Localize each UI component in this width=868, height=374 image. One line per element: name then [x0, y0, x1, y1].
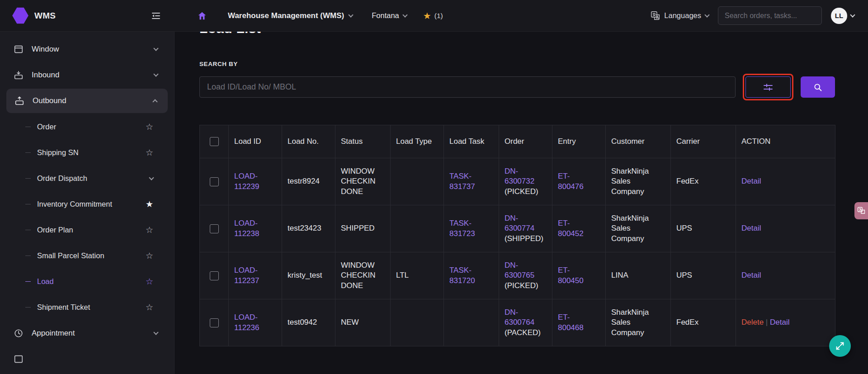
sidebar-item-inventory-commitment[interactable]: Inventory Commitment★	[0, 191, 174, 217]
sidebar: Window Inbound Outbound Order☆Shipping S…	[0, 32, 175, 374]
load-table: Load IDLoad No.StatusLoad TypeLoad TaskO…	[199, 125, 835, 346]
row-checkbox[interactable]	[210, 224, 219, 233]
carrier-cell: FedEx	[671, 158, 736, 205]
sidebar-item-appointment[interactable]: Appointment	[0, 320, 174, 346]
carrier-cell: FedEx	[671, 299, 736, 346]
sidebar-item-shipment-ticket[interactable]: Shipment Ticket☆	[0, 294, 174, 320]
row-checkbox[interactable]	[210, 177, 219, 186]
star-icon[interactable]: ☆	[146, 277, 153, 286]
topbar-brand-area: WMS	[0, 7, 175, 24]
app-selector-dropdown[interactable]: Warehouse Management (WMS)	[228, 11, 353, 20]
chevron-down-icon	[704, 12, 709, 17]
row-checkbox[interactable]	[210, 271, 219, 280]
user-menu[interactable]: LL	[831, 8, 854, 24]
sliders-icon	[763, 82, 774, 93]
load-task-link[interactable]: TASK-831737	[449, 172, 475, 191]
sidebar-item-shipping-sn[interactable]: Shipping SN☆	[0, 140, 174, 166]
action-detail-link[interactable]: Detail	[770, 318, 789, 327]
row-checkbox[interactable]	[210, 318, 219, 327]
load-id-link[interactable]: LOAD-112236	[234, 313, 259, 332]
table-row: LOAD-112239testr8924WINDOW CHECKIN DONET…	[200, 158, 835, 205]
filter-button[interactable]	[745, 76, 791, 98]
order-link[interactable]: DN-6300732	[505, 167, 534, 186]
customer-cell: SharkNinja Sales Company	[606, 205, 671, 252]
sidebar-item-load[interactable]: Load☆	[0, 269, 174, 294]
tree-dash	[25, 230, 31, 230]
star-icon[interactable]: ☆	[146, 251, 153, 260]
load-task-link[interactable]: TASK-831723	[449, 219, 475, 238]
status-cell: SHIPPED	[335, 205, 391, 252]
sidebar-item-order-dispatch[interactable]: Order Dispatch	[0, 166, 174, 191]
entry-link[interactable]: ET-800476	[558, 172, 584, 191]
column-header-status: Status	[335, 125, 391, 158]
action-detail-link[interactable]: Detail	[741, 224, 761, 232]
sidebar-item-label: Small Parcel Station	[37, 251, 146, 260]
load-no-cell: testr8924	[282, 158, 335, 205]
action-detail-link[interactable]: Detail	[741, 271, 761, 279]
carrier-cell: UPS	[671, 205, 736, 252]
favorites-toggle[interactable]: ★ (1)	[423, 11, 443, 20]
entry-link[interactable]: ET-800468	[558, 313, 584, 332]
chevron-down-icon	[153, 71, 158, 76]
select-all-checkbox[interactable]	[210, 137, 219, 146]
chevron-down-icon	[850, 12, 855, 17]
star-icon[interactable]: ☆	[146, 303, 153, 312]
sidebar-item-order[interactable]: Order☆	[0, 114, 174, 140]
home-icon[interactable]	[197, 11, 207, 21]
magnifier-icon	[813, 83, 822, 92]
sidebar-item-label: Appointment	[32, 329, 146, 338]
chevron-down-icon	[349, 12, 354, 17]
order-link[interactable]: DN-6300774	[505, 214, 534, 233]
load-search-input[interactable]	[199, 76, 736, 98]
star-icon[interactable]: ☆	[146, 226, 153, 234]
expand-fab-button[interactable]	[829, 335, 851, 357]
search-button[interactable]	[801, 76, 835, 98]
inbound-icon	[14, 70, 24, 80]
star-filled-icon[interactable]: ★	[146, 200, 153, 208]
brand-name: WMS	[34, 11, 56, 21]
action-detail-link[interactable]: Detail	[741, 177, 761, 185]
status-cell: WINDOW CHECKIN DONE	[335, 252, 391, 299]
load-id-link[interactable]: LOAD-112237	[234, 266, 259, 285]
column-header-load-no-: Load No.	[282, 125, 335, 158]
order-status: (PICKED)	[505, 281, 538, 290]
entry-link[interactable]: ET-800452	[558, 219, 584, 238]
action-delete-link[interactable]: Delete	[741, 318, 764, 327]
load-task-link[interactable]: TASK-831720	[449, 266, 475, 285]
sidebar-item-order-plan[interactable]: Order Plan☆	[0, 217, 174, 243]
column-header-load-id: Load ID	[229, 125, 282, 158]
tree-dash	[25, 307, 31, 308]
global-search-input[interactable]	[718, 6, 822, 25]
order-status: (SHIPPED)	[505, 234, 543, 243]
order-link[interactable]: DN-6300765	[505, 261, 534, 280]
star-gold-icon: ★	[423, 11, 431, 20]
column-header-entry: Entry	[552, 125, 606, 158]
load-id-link[interactable]: LOAD-112238	[234, 219, 259, 238]
column-header-customer: Customer	[606, 125, 671, 158]
languages-dropdown[interactable]: Languages	[651, 11, 709, 20]
star-icon[interactable]: ☆	[146, 123, 153, 131]
sidebar-item-window[interactable]: Window	[0, 36, 174, 62]
entry-link[interactable]: ET-800450	[558, 266, 584, 285]
load-id-link[interactable]: LOAD-112239	[234, 172, 259, 191]
action-separator: |	[764, 318, 770, 327]
order-link[interactable]: DN-6300764	[505, 308, 534, 327]
sidebar-item-small-parcel-station[interactable]: Small Parcel Station☆	[0, 243, 174, 269]
tree-dash	[25, 152, 31, 153]
sidebar-item-label: Shipment Ticket	[37, 303, 146, 312]
sidebar-item-outbound[interactable]: Outbound	[6, 89, 168, 113]
favorites-count: (1)	[434, 12, 443, 20]
translate-icon	[857, 207, 865, 215]
facility-dropdown[interactable]: Fontana	[372, 11, 407, 20]
star-icon[interactable]: ☆	[146, 148, 153, 157]
translate-tab[interactable]	[854, 202, 868, 219]
sidebar-item-inbound[interactable]: Inbound	[0, 62, 174, 88]
status-cell: NEW	[335, 299, 391, 346]
annotation-highlight	[743, 74, 793, 100]
tree-dash	[25, 178, 31, 179]
window-icon	[14, 44, 24, 54]
sidebar-item-partial[interactable]	[0, 346, 174, 372]
tree-dash	[25, 256, 31, 256]
sidebar-collapse-icon[interactable]	[151, 11, 161, 21]
sidebar-item-label: Order	[37, 123, 146, 131]
